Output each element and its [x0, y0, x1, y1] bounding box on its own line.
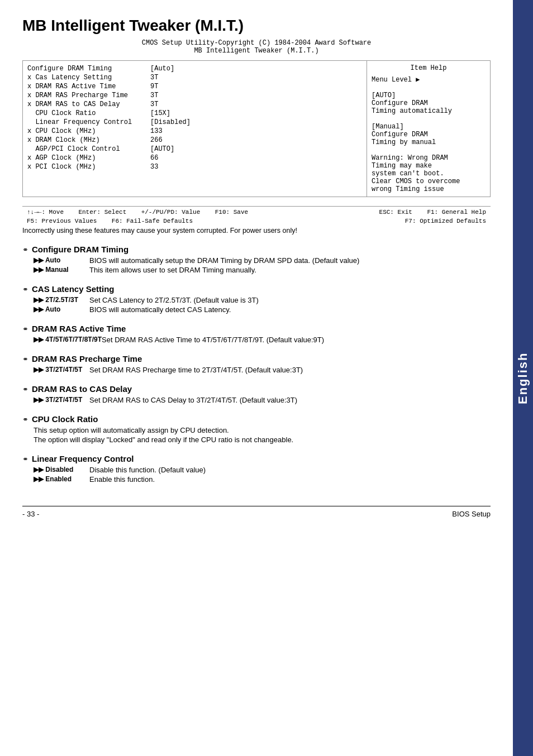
- item-help-line: [372, 146, 486, 154]
- section-heading-cpu-clock-ratio: ⚭CPU Clock Ratio: [22, 414, 491, 424]
- sub-item: ▶▶ DisabledDisable this function. (Defau…: [34, 466, 491, 474]
- sub-item-arrow: ▶▶ 4T/5T/6T/7T/8T/9T: [34, 336, 102, 344]
- sub-item: ▶▶ AutoBIOS will automatically detect CA…: [34, 305, 491, 314]
- bios-row-label: x DRAM RAS Precharge Time: [27, 92, 150, 99]
- bios-row: AGP/PCI Clock Control [AUTO]: [27, 145, 362, 154]
- item-help-line: Menu Level ▶: [372, 75, 486, 84]
- bios-row-value: [AUTO]: [150, 145, 174, 153]
- bottom-bar: - 33 - BIOS Setup: [22, 506, 491, 518]
- bios-row-label: x AGP Clock (MHz): [27, 154, 150, 162]
- section-body-dram-ras-precharge-time: ▶▶ 3T/2T/4T/5TSet DRAM RAS Precharge tim…: [34, 366, 491, 374]
- section-title: CAS Latency Setting: [32, 284, 115, 294]
- section-title: CPU Clock Ratio: [32, 414, 98, 424]
- bios-row-label: AGP/PCI Clock Control: [27, 145, 150, 153]
- section-heading-configure-dram-timing: ⚭Configure DRAM Timing: [22, 245, 491, 254]
- bios-row: Configure DRAM Timing [Auto]: [27, 64, 362, 73]
- section-para: This setup option will automatically ass…: [34, 426, 491, 434]
- sub-item-desc: This item allows user to set DRAM Timing…: [89, 266, 491, 274]
- sub-item-desc: BIOS will automatically setup the DRAM T…: [89, 256, 491, 265]
- page-title: MB Intelligent Tweaker (M.I.T.): [22, 17, 491, 35]
- section-dram-ras-precharge-time: ⚭DRAM RAS Precharge Time▶▶ 3T/2T/4T/5TSe…: [22, 354, 491, 374]
- sub-item-desc: Disable this function. (Default value): [89, 466, 491, 474]
- section-cpu-clock-ratio: ⚭CPU Clock RatioThis setup option will a…: [22, 414, 491, 444]
- bios-row: x DRAM RAS Precharge Time 3T: [27, 91, 362, 100]
- bios-row: x Cas Latency Setting 3T: [27, 73, 362, 82]
- sub-item-arrow: ▶▶ 3T/2T/4T/5T: [34, 396, 89, 404]
- sub-item: ▶▶ 4T/5T/6T/7T/8T/9TSet DRAM RAS Active …: [34, 336, 491, 344]
- bios-row-value: 33: [150, 163, 158, 171]
- section-body-configure-dram-timing: ▶▶ AutoBIOS will automatically setup the…: [34, 256, 491, 274]
- section-cas-latency-setting: ⚭CAS Latency Setting▶▶ 2T/2.5T/3TSet CAS…: [22, 284, 491, 314]
- bios-row-label: Linear Frequency Control: [27, 118, 150, 126]
- item-help-panel: Item Help Menu Level ▶[AUTO]Configure DR…: [367, 61, 490, 197]
- section-icon: ⚭: [22, 385, 28, 394]
- bios-row-label: CPU Clock Ratio: [27, 109, 150, 117]
- bios-row: Linear Frequency Control [Disabled]: [27, 118, 362, 127]
- item-help-line: [Manual]: [372, 123, 486, 131]
- sub-item-arrow: ▶▶ Manual: [34, 266, 89, 274]
- bios-row-value: 3T: [150, 101, 158, 108]
- item-help-line: Configure DRAM: [372, 131, 486, 138]
- bios-row-label: x PCI Clock (MHz): [27, 163, 150, 171]
- bios-row: x AGP Clock (MHz) 66: [27, 154, 362, 162]
- bios-row-label: x Cas Latency Setting: [27, 74, 150, 82]
- item-help-line: Configure DRAM: [372, 99, 486, 107]
- section-configure-dram-timing: ⚭Configure DRAM Timing▶▶ AutoBIOS will a…: [22, 245, 491, 274]
- bios-row-label: Configure DRAM Timing: [27, 65, 150, 73]
- section-body-linear-frequency-control: ▶▶ DisabledDisable this function. (Defau…: [34, 466, 491, 484]
- section-title: Configure DRAM Timing: [32, 245, 129, 254]
- bios-row: x DRAM RAS Active Time 9T: [27, 82, 362, 91]
- bios-row: x DRAM RAS to CAS Delay 3T: [27, 100, 362, 109]
- bios-row-label: x DRAM RAS to CAS Delay: [27, 101, 150, 108]
- sub-item-desc: Set CAS Latency to 2T/2.5T/3T. (Default …: [89, 296, 491, 304]
- sub-item: ▶▶ ManualThis item allows user to set DR…: [34, 266, 491, 274]
- bios-table: Configure DRAM Timing [Auto]x Cas Latenc…: [22, 60, 491, 197]
- cmos-header: CMOS Setup Utility-Copyright (C) 1984-20…: [22, 39, 491, 55]
- sub-item: ▶▶ AutoBIOS will automatically setup the…: [34, 256, 491, 265]
- sub-item: ▶▶ 3T/2T/4T/5TSet DRAM RAS Precharge tim…: [34, 366, 491, 374]
- bios-row-value: [Disabled]: [150, 118, 191, 126]
- sidebar-english-tab: English: [513, 0, 533, 756]
- bios-settings-panel: Configure DRAM Timing [Auto]x Cas Latenc…: [23, 61, 367, 197]
- bios-nav-bar-2: F5: Previous Values F6: Fail-Safe Defaul…: [22, 218, 491, 227]
- item-help-line: [372, 115, 486, 123]
- sub-item: ▶▶ EnabledEnable this function.: [34, 475, 491, 484]
- item-help-line: [AUTO]: [372, 92, 486, 99]
- bios-row: CPU Clock Ratio [15X]: [27, 109, 362, 118]
- bottom-label: BIOS Setup: [452, 510, 491, 518]
- nav-right: ESC: Exit F1: General Help: [379, 209, 486, 216]
- sub-item-arrow: ▶▶ Auto: [34, 305, 89, 314]
- section-body-dram-ras-to-cas-delay: ▶▶ 3T/2T/4T/5TSet DRAM RAS to CAS Delay …: [34, 396, 491, 404]
- sub-item-arrow: ▶▶ 2T/2.5T/3T: [34, 296, 89, 304]
- bottom-page: - 33 -: [22, 510, 39, 518]
- section-title: DRAM RAS Precharge Time: [32, 354, 142, 363]
- item-help-line: Timing by manual: [372, 138, 486, 146]
- sub-item-arrow: ▶▶ Disabled: [34, 466, 89, 474]
- section-title: DRAM RAS Active Time: [32, 324, 126, 333]
- sub-item-desc: BIOS will automatically detect CAS Laten…: [89, 305, 491, 314]
- section-body-dram-ras-active-time: ▶▶ 4T/5T/6T/7T/8T/9TSet DRAM RAS Active …: [34, 336, 491, 344]
- bios-row: x CPU Clock (MHz) 133: [27, 127, 362, 136]
- section-title: DRAM RAS to CAS Delay: [32, 384, 132, 394]
- item-help-line: system can't boot.: [372, 170, 486, 178]
- nav-left: ↑↓→←: Move Enter: Select +/-/PU/PD: Valu…: [27, 209, 248, 216]
- item-help-line: Timing may make: [372, 162, 486, 170]
- bios-row-value: [15X]: [150, 109, 170, 117]
- section-heading-cas-latency-setting: ⚭CAS Latency Setting: [22, 284, 491, 294]
- section-body-cpu-clock-ratio: This setup option will automatically ass…: [34, 426, 491, 444]
- bios-row-value: 3T: [150, 74, 158, 82]
- section-icon: ⚭: [22, 415, 28, 424]
- section-heading-linear-frequency-control: ⚭Linear Frequency Control: [22, 454, 491, 463]
- section-para: The option will display "Locked" and rea…: [34, 436, 491, 444]
- sub-item: ▶▶ 2T/2.5T/3TSet CAS Latency to 2T/2.5T/…: [34, 296, 491, 304]
- item-help-line: Warning: Wrong DRAM: [372, 154, 486, 162]
- sub-item-desc: Set DRAM RAS to CAS Delay to 3T/2T/4T/5T…: [89, 396, 491, 404]
- item-help-title: Item Help: [372, 64, 486, 72]
- bios-row-label: x CPU Clock (MHz): [27, 127, 150, 135]
- item-help-line: Clear CMOS to overcome: [372, 178, 486, 185]
- section-icon: ⚭: [22, 246, 28, 254]
- section-icon: ⚭: [22, 355, 28, 363]
- section-heading-dram-ras-active-time: ⚭DRAM RAS Active Time: [22, 324, 491, 333]
- bios-row-value: 133: [150, 127, 163, 135]
- section-icon: ⚭: [22, 285, 28, 294]
